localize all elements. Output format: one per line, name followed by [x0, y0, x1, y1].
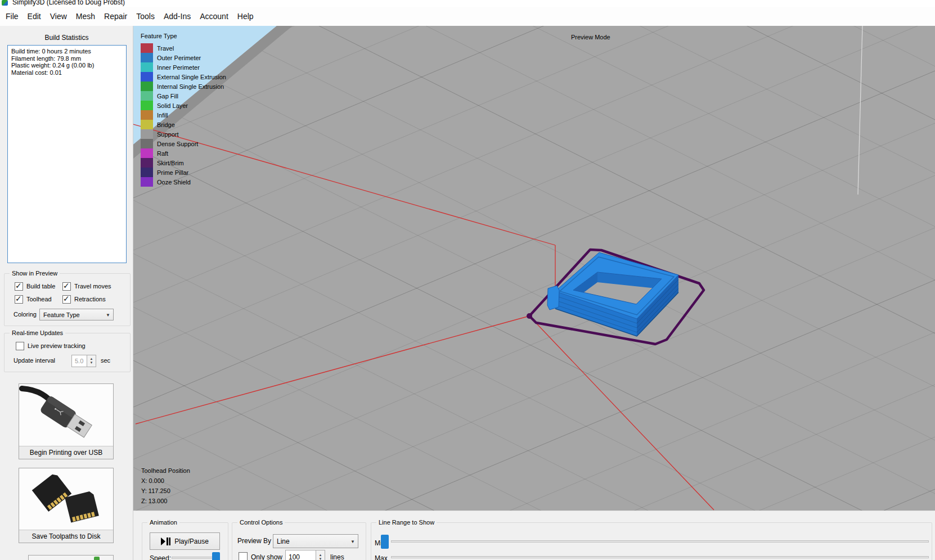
preview-by-value: Line — [277, 538, 290, 545]
only-show-lines-value: 100 — [289, 553, 300, 560]
animation-title: Animation — [147, 519, 179, 526]
legend-item-label: Bridge — [157, 121, 175, 128]
sd-cards-image — [19, 468, 113, 530]
travel-moves-checkbox — [62, 282, 71, 291]
legend-color-swatch — [141, 148, 153, 158]
menu-edit[interactable]: Edit — [23, 10, 46, 23]
menu-help[interactable]: Help — [233, 10, 258, 23]
preview-mode-label: Preview Mode — [571, 34, 610, 40]
min-slider-track[interactable] — [391, 540, 929, 543]
legend-color-swatch — [141, 91, 153, 101]
legend-color-swatch — [141, 53, 153, 62]
legend-item-label: Prime Pillar — [157, 169, 188, 176]
menu-repair[interactable]: Repair — [100, 10, 132, 23]
legend-color-swatch — [141, 168, 153, 177]
realtime-updates-title: Real-time Updates — [10, 329, 65, 336]
legend-item: Solid Layer — [141, 101, 226, 110]
toolhead-z: Z: 13.000 — [141, 496, 190, 506]
coloring-label: Coloring — [14, 311, 37, 318]
line-range-title: Line Range to Show — [376, 519, 437, 526]
only-show-label: Only show — [251, 553, 282, 560]
feature-type-legend: Feature Type Travel Outer Perimeter Inne… — [141, 33, 226, 187]
max-label: Max — [375, 554, 388, 560]
legend-color-swatch — [141, 110, 153, 120]
skirt-start-point — [527, 313, 532, 319]
stat-plastic-weight: Plastic weight: 0.24 g (0.00 lb) — [11, 62, 123, 69]
save-toolpaths-button[interactable]: Save Toolpaths to Disk — [19, 468, 114, 543]
speed-slider-handle[interactable] — [212, 552, 220, 560]
legend-color-swatch — [141, 82, 153, 91]
legend-color-swatch — [141, 62, 153, 72]
chevron-down-icon: ▼ — [350, 539, 355, 544]
partial-button-bottom[interactable] — [28, 555, 114, 560]
update-interval-unit: sec — [101, 357, 110, 364]
legend-item-label: Skirt/Brim — [157, 160, 184, 166]
legend-item-label: Dense Support — [157, 141, 198, 147]
legend-item-label: Travel — [157, 45, 174, 52]
play-pause-button[interactable]: Play/Pause — [150, 532, 220, 550]
left-sidebar: Build Statistics Build time: 0 hours 2 m… — [0, 26, 133, 560]
legend-item-label: Inner Perimeter — [157, 64, 200, 71]
begin-printing-usb-button[interactable]: Begin Printing over USB — [19, 383, 114, 459]
legend-item: Support — [141, 129, 226, 139]
toolhead-x: X: 0.000 — [141, 476, 190, 486]
legend-item: Internal Single Extrusion — [141, 82, 226, 91]
usb-cable-image — [19, 384, 113, 446]
build-statistics-title: Build Statistics — [0, 34, 133, 42]
build-table-label: Build table — [26, 283, 55, 290]
min-slider-handle[interactable] — [381, 535, 389, 549]
legend-item-label: Outer Perimeter — [157, 55, 201, 61]
preview-3d-viewport[interactable]: Feature Type Travel Outer Perimeter Inne… — [133, 26, 935, 511]
preview-by-dropdown[interactable]: Line ▼ — [273, 534, 358, 548]
legend-item-label: Ooze Shield — [157, 179, 191, 186]
spinner-arrows-icon[interactable]: ▲▼ — [316, 550, 325, 560]
toolhead-checkbox — [15, 295, 23, 304]
legend-color-swatch — [141, 158, 153, 168]
lines-label: lines — [330, 553, 344, 560]
legend-color-swatch — [141, 43, 153, 53]
menu-account[interactable]: Account — [195, 10, 233, 23]
menu-addins[interactable]: Add-Ins — [159, 10, 195, 23]
legend-item: Prime Pillar — [141, 168, 226, 177]
save-toolpaths-label: Save Toolpaths to Disk — [19, 530, 113, 543]
menu-tools[interactable]: Tools — [132, 10, 159, 23]
legend-title: Feature Type — [141, 33, 226, 39]
only-show-lines-spinner[interactable]: 100 ▲▼ — [285, 550, 325, 560]
preview-by-label: Preview By — [237, 537, 271, 545]
chevron-down-icon: ▼ — [106, 312, 110, 317]
build-table-checkbox — [15, 282, 23, 291]
legend-item-label: Raft — [157, 150, 168, 157]
update-interval-label: Update interval — [14, 357, 55, 364]
menu-file[interactable]: File — [1, 10, 23, 23]
update-interval-spinner[interactable]: 5.0 ▲▼ — [71, 355, 96, 367]
legend-item-label: Infill — [157, 112, 168, 119]
legend-color-swatch — [141, 139, 153, 148]
travel-moves-label: Travel moves — [74, 283, 111, 290]
legend-item: Raft — [141, 148, 226, 158]
coloring-dropdown[interactable]: Feature Type ▼ — [39, 309, 114, 320]
max-slider-track[interactable] — [391, 556, 929, 558]
stat-build-time: Build time: 0 hours 2 minutes — [11, 48, 123, 55]
build-plate-scene — [133, 26, 935, 511]
legend-item: External Single Extrusion — [141, 72, 226, 82]
retractions-label: Retractions — [74, 296, 106, 302]
menu-view[interactable]: View — [46, 10, 71, 23]
legend-color-swatch — [141, 177, 153, 187]
show-in-preview-title: Show in Preview — [10, 270, 60, 277]
menu-bar: File Edit View Mesh Repair Tools Add-Ins… — [0, 7, 935, 26]
stat-material-cost: Material cost: 0.01 — [11, 69, 123, 76]
live-preview-label: Live preview tracking — [28, 342, 86, 349]
playback-panel: Animation Play/Pause Speed: Control Opti… — [133, 511, 935, 560]
toolhead-position-title: Toolhead Position — [141, 466, 190, 476]
spinner-arrows-icon[interactable]: ▲▼ — [87, 355, 96, 367]
legend-item: Dense Support — [141, 139, 226, 148]
toolhead-label: Toolhead — [26, 296, 52, 302]
legend-item-label: Support — [157, 131, 179, 138]
legend-item-label: Gap Fill — [157, 93, 178, 100]
stat-filament-length: Filament length: 79.8 mm — [11, 55, 123, 62]
menu-mesh[interactable]: Mesh — [71, 10, 100, 23]
build-statistics-box: Build time: 0 hours 2 minutes Filament l… — [7, 45, 127, 263]
legend-item: Inner Perimeter — [141, 62, 226, 72]
begin-printing-usb-label: Begin Printing over USB — [19, 446, 113, 459]
only-show-checkbox — [239, 552, 248, 560]
